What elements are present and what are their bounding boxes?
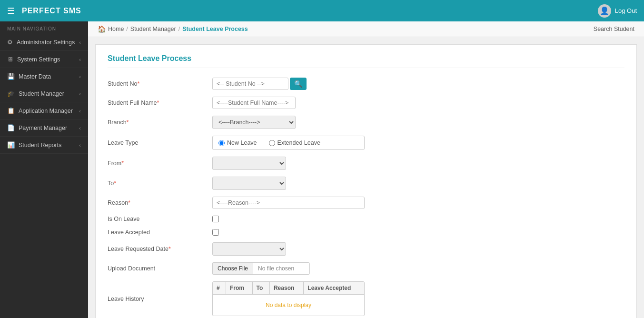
- leave-requested-date-row: Leave Requested Date*: [108, 242, 624, 256]
- breadcrumb-home[interactable]: Home: [108, 26, 124, 32]
- chevron-icon: ‹: [79, 74, 81, 80]
- student-reports-icon: 📊: [7, 141, 15, 149]
- search-student-link[interactable]: Search Student: [594, 26, 634, 32]
- table-col-hash: #: [213, 282, 226, 295]
- breadcrumb-current: Student Leave Process: [182, 26, 248, 32]
- home-icon: 🏠: [98, 25, 106, 33]
- sidebar-item-label: Payment Manager: [19, 125, 67, 131]
- branch-label: Branch*: [108, 119, 212, 126]
- sidebar-item-student-reports[interactable]: 📊 Student Reports ‹: [0, 137, 88, 154]
- leave-history-table: # From To Reason Leave Accepted No data …: [213, 282, 364, 316]
- sidebar-item-master-data[interactable]: 💾 Master Data ‹: [0, 68, 88, 85]
- chevron-icon: ‹: [79, 91, 81, 97]
- table-col-leave-accepted: Leave Accepted: [304, 282, 364, 295]
- page-title: Student Leave Process: [108, 54, 624, 68]
- is-on-leave-label: Is On Leave: [108, 216, 212, 222]
- student-fullname-label: Student Full Name*: [108, 99, 212, 106]
- sidebar-item-label: Administrator Settings: [17, 39, 75, 46]
- navbar: ☰ PERFECT SMS 👤 Log Out: [0, 0, 644, 21]
- sidebar-heading: MAIN NAVIGATION: [0, 21, 88, 34]
- from-select[interactable]: [212, 157, 286, 170]
- form-container: Student Leave Process Student No* 🔍 Stud…: [95, 44, 637, 318]
- leave-type-row: Leave Type New Leave Extended Leave: [108, 136, 624, 150]
- reason-input[interactable]: [212, 197, 365, 209]
- chevron-icon: ‹: [79, 108, 81, 114]
- to-select[interactable]: [212, 177, 286, 190]
- to-label: To*: [108, 180, 212, 187]
- from-label: From*: [108, 160, 212, 167]
- table-col-from: From: [226, 282, 252, 295]
- table-col-to: To: [252, 282, 269, 295]
- sidebar-item-label: Master Data: [19, 73, 51, 80]
- top-bar: 🏠 Home / Student Manager / Student Leave…: [88, 21, 644, 37]
- student-no-row: Student No* 🔍: [108, 78, 624, 90]
- leave-type-extended-label[interactable]: Extended Leave: [269, 139, 320, 146]
- leave-type-new-radio[interactable]: [218, 140, 225, 146]
- main-content: 🏠 Home / Student Manager / Student Leave…: [88, 21, 644, 318]
- student-search-button[interactable]: 🔍: [290, 78, 307, 90]
- branch-row: Branch* <----Branch---->: [108, 116, 624, 129]
- admin-settings-icon: ⚙: [7, 39, 13, 46]
- leave-accepted-row: Leave Accepted: [108, 229, 624, 236]
- breadcrumb-middle[interactable]: Student Manager: [130, 26, 176, 32]
- logout-button[interactable]: Log Out: [615, 7, 637, 14]
- leave-type-new-label[interactable]: New Leave: [218, 139, 257, 146]
- reason-label: Reason*: [108, 199, 212, 206]
- leave-type-label: Leave Type: [108, 139, 212, 146]
- leave-history-row: Leave History # From To Reason Leave Acc…: [108, 281, 624, 316]
- reason-row: Reason*: [108, 197, 624, 209]
- leave-accepted-checkbox[interactable]: [212, 229, 219, 236]
- table-col-reason: Reason: [269, 282, 303, 295]
- system-settings-icon: 🖥: [7, 56, 13, 63]
- is-on-leave-row: Is On Leave: [108, 216, 624, 222]
- breadcrumb: 🏠 Home / Student Manager / Student Leave…: [98, 25, 248, 33]
- sidebar-item-admin-settings[interactable]: ⚙ Administrator Settings ‹: [0, 34, 88, 51]
- leave-history-label: Leave History: [108, 296, 212, 302]
- student-fullname-input[interactable]: [212, 97, 296, 109]
- file-no-chosen-text: No file chosen: [253, 262, 310, 275]
- chevron-icon: ‹: [79, 40, 81, 45]
- upload-document-row: Upload Document Choose File No file chos…: [108, 262, 624, 275]
- leave-type-extended-radio[interactable]: [269, 140, 275, 146]
- sidebar-item-label: Student Reports: [19, 142, 61, 149]
- app-brand: PERFECT SMS: [22, 7, 81, 15]
- upload-document-label: Upload Document: [108, 265, 212, 272]
- chevron-icon: ‹: [79, 142, 81, 148]
- sidebar-item-student-manager[interactable]: 🎓 Student Manager ‹: [0, 85, 88, 102]
- avatar: 👤: [598, 4, 611, 18]
- table-no-data-row: No data to display: [213, 295, 364, 316]
- student-no-label: Student No*: [108, 80, 212, 87]
- hamburger-icon[interactable]: ☰: [7, 6, 15, 16]
- navbar-right: 👤 Log Out: [598, 4, 637, 18]
- leave-requested-date-label: Leave Requested Date*: [108, 246, 212, 252]
- student-manager-icon: 🎓: [7, 90, 15, 97]
- sidebar-item-label: Application Manager: [19, 108, 73, 114]
- leave-type-group: New Leave Extended Leave: [212, 136, 365, 150]
- file-input-wrapper: Choose File No file chosen: [212, 262, 310, 275]
- student-no-input-group: 🔍: [212, 78, 307, 90]
- sidebar-item-label: Student Manager: [19, 90, 64, 97]
- sidebar-item-application-manager[interactable]: 📋 Application Manager ‹: [0, 102, 88, 119]
- sidebar-item-payment-manager[interactable]: 📄 Payment Manager ‹: [0, 119, 88, 137]
- sidebar: MAIN NAVIGATION ⚙ Administrator Settings…: [0, 21, 88, 318]
- choose-file-button[interactable]: Choose File: [212, 262, 253, 275]
- from-row: From*: [108, 157, 624, 170]
- application-manager-icon: 📋: [7, 107, 15, 114]
- is-on-leave-checkbox[interactable]: [212, 216, 219, 222]
- leave-accepted-label: Leave Accepted: [108, 229, 212, 236]
- sidebar-item-system-settings[interactable]: 🖥 System Settings ‹: [0, 51, 88, 68]
- leave-history-table-wrapper: # From To Reason Leave Accepted No data …: [212, 281, 365, 316]
- student-fullname-row: Student Full Name*: [108, 97, 624, 109]
- student-no-input[interactable]: [212, 78, 288, 90]
- chevron-icon: ‹: [79, 57, 81, 62]
- master-data-icon: 💾: [7, 73, 15, 80]
- branch-select[interactable]: <----Branch---->: [212, 116, 296, 129]
- layout: MAIN NAVIGATION ⚙ Administrator Settings…: [0, 21, 644, 318]
- no-data-text: No data to display: [213, 295, 364, 316]
- leave-requested-date-select[interactable]: [212, 242, 286, 256]
- to-row: To*: [108, 177, 624, 190]
- payment-manager-icon: 📄: [7, 124, 15, 131]
- chevron-icon: ‹: [79, 125, 81, 131]
- sidebar-item-label: System Settings: [17, 56, 60, 63]
